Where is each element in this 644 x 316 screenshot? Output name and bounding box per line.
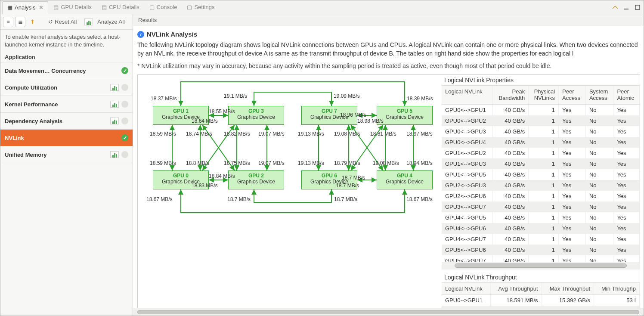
throughput-value: 19.08 MB/s <box>373 160 399 166</box>
info-icon: i <box>137 31 144 38</box>
stage-nvlink[interactable]: NVLink ✓ <box>0 129 133 146</box>
throughput-value: 19.07 MB/s <box>258 160 285 166</box>
maximize-icon[interactable] <box>633 3 642 12</box>
throughput-value: 18.83 MB/s <box>192 183 218 189</box>
throughput-value: 18.55 MB/s <box>209 108 235 115</box>
throughput-value: 19.13 MB/s <box>298 131 324 137</box>
throughput-value: 18.59 MB/s <box>150 160 176 166</box>
svg-rect-0 <box>624 9 629 9</box>
status-none-icon <box>121 118 128 124</box>
results-header: Results <box>133 14 644 26</box>
throughput-value: 18.8 MB/s <box>186 160 209 166</box>
throughput-value: 18.97 MB/s <box>406 131 433 137</box>
bar-chart-icon <box>84 19 93 25</box>
table-row[interactable]: GPU2<-->GPU340 GB/s1YesNoYes <box>442 180 640 191</box>
col-avg[interactable]: Avg Throughput <box>490 283 542 295</box>
expand-all-button[interactable]: ≡ <box>3 17 13 27</box>
col-peak-bw[interactable]: Peak Bandwidth <box>493 86 529 105</box>
table-row[interactable]: GPU2<-->GPU640 GB/s1YesNoYes <box>442 191 640 201</box>
table-icon: ▤ <box>101 4 107 10</box>
table-row[interactable]: GPU0-->GPU118.591 MB/s15.392 GB/s53 I <box>442 295 640 306</box>
col-max[interactable]: Max Throughput <box>542 283 594 295</box>
throughput-value: 18.82 MB/s <box>224 131 250 137</box>
tab-label: CPU Details <box>109 4 139 10</box>
throughput-value: 18.79 MB/s <box>334 160 360 166</box>
throughput-value: 18.7 MB/s <box>227 196 251 202</box>
stage-kernel-performance[interactable]: Kernel Performance <box>0 96 133 113</box>
stage-compute-utilization[interactable]: Compute Utilization <box>0 79 133 96</box>
throughput-value: 18.59 MB/s <box>150 131 176 137</box>
minimize-icon[interactable] <box>622 3 631 12</box>
analysis-icon: ▦ <box>7 5 13 11</box>
gpu-node-3: GPU 3Graphics Device <box>228 106 284 125</box>
up-arrow-icon[interactable]: ⬆ <box>27 17 37 27</box>
throughput-value: 18.84 MB/s <box>209 173 235 179</box>
table-row[interactable]: GPU1<-->GPU240 GB/s1YesNoYes <box>442 148 640 158</box>
table-row[interactable]: GPU3<-->GPU740 GB/s1YesNoYes <box>442 201 640 212</box>
throughput-table: Logical NVLink Avg Throughput Max Throug… <box>442 283 640 308</box>
check-icon: ✓ <box>121 67 128 74</box>
properties-table: Logical NVLink Peak Bandwidth Physical N… <box>442 86 640 262</box>
table-row[interactable]: GPU5<-->GPU640 GB/s1YesNoYes <box>442 245 640 255</box>
col-logical[interactable]: Logical NVLink <box>442 283 490 295</box>
stage-unified-memory[interactable]: Unified Memory <box>0 146 133 163</box>
tab-analysis[interactable]: ▦ Analysis ✕ <box>2 1 48 14</box>
tab-console[interactable]: ▢ Console <box>144 1 182 13</box>
throughput-table-title: Logical NVLink Throughput <box>442 272 640 282</box>
table-row[interactable]: GPU0<-->GPU340 GB/s1YesNoYes <box>442 126 640 137</box>
throughput-value: 19.1 MB/s <box>224 93 247 99</box>
gpu-node-2: GPU 2Graphics Device <box>228 170 284 189</box>
tab-settings[interactable]: ▢ Settings <box>182 1 219 13</box>
col-physical[interactable]: Physical NVLinks <box>529 86 559 105</box>
col-min[interactable]: Min Throughp <box>594 283 640 295</box>
stage-dependency-analysis[interactable]: Dependency Analysis <box>0 112 133 130</box>
close-icon[interactable]: ✕ <box>39 4 43 11</box>
throughput-value: 19.13 MB/s <box>298 160 324 166</box>
table-row[interactable]: GPU0<--GPU118.593 MB/s15.367 GB/s53 I <box>442 306 640 308</box>
content-horizontal-scrollbar[interactable] <box>133 308 644 316</box>
throughput-value: 18.39 MB/s <box>407 96 433 102</box>
analyze-all-button[interactable]: Analyze All <box>81 17 128 27</box>
horizontal-scrollbar[interactable] <box>442 262 640 270</box>
col-system-access[interactable]: System Access <box>585 86 613 105</box>
properties-table-title: Logical NVLink Properties <box>442 75 640 85</box>
tab-label: GPU Details <box>61 4 92 10</box>
col-peer-access[interactable]: Peer Access <box>559 86 586 105</box>
results-note: * NVLink utilization may vary in accurac… <box>137 62 644 74</box>
side-toolbar: ≡ ≣ ⬆ ↺ Reset All Analyze All <box>0 14 133 30</box>
collapse-icon[interactable] <box>611 3 619 12</box>
throughput-value: 18.67 MB/s <box>406 196 433 202</box>
table-row[interactable]: GPU1<-->GPU540 GB/s1YesNoYes <box>442 169 640 180</box>
stage-data-movement[interactable]: Data Movemen… Concurrency ✓ <box>0 62 133 79</box>
table-row[interactable]: GPU5<-->GPU740 GB/s1YesNoYes <box>442 255 640 262</box>
tab-label: Settings <box>194 4 214 10</box>
table-row[interactable]: GPU0<-->GPU440 GB/s1YesNoYes <box>442 137 640 148</box>
tab-gpu-details[interactable]: ▤ GPU Details <box>48 1 96 13</box>
results-description: The following NVLink topology diagram sh… <box>137 40 644 62</box>
table-row[interactable]: GPU1<-->GPU340 GB/s1YesNoYes <box>442 158 640 169</box>
status-none-icon <box>121 101 128 108</box>
collapse-all-button[interactable]: ≣ <box>15 17 25 27</box>
nvlink-topology-diagram: GPU 1Graphics Device GPU 3Graphics Devic… <box>138 75 439 301</box>
results-title: NVLink Analysis <box>147 31 197 38</box>
col-logical[interactable]: Logical NVLink <box>442 86 493 105</box>
table-row[interactable]: GPU4<-->GPU640 GB/s1YesNoYes <box>442 223 640 234</box>
table-row[interactable]: GPU0<-->GPU240 GB/s1YesNoYes <box>442 115 640 126</box>
throughput-value: 18.94 MB/s <box>406 160 433 166</box>
section-application: Application <box>0 52 133 62</box>
reset-all-button[interactable]: ↺ Reset All <box>45 17 80 27</box>
reset-label: Reset All <box>55 19 77 25</box>
throughput-value: 18.67 MB/s <box>146 196 173 202</box>
tab-label: Analysis <box>15 4 35 11</box>
col-peer-atomic[interactable]: Peer Atomic <box>613 86 640 105</box>
svg-rect-1 <box>635 5 640 9</box>
table-row[interactable]: GPU4<-->GPU740 GB/s1YesNoYes <box>442 234 640 245</box>
gpu-node-5: GPU 5Graphics Device <box>377 106 433 125</box>
table-row[interactable]: GPU0<-->GPU140 GB/s1YesNoYes <box>442 104 640 115</box>
tab-cpu-details[interactable]: ▤ CPU Details <box>96 1 144 13</box>
bar-chart-icon <box>110 118 119 124</box>
throughput-value: 18.75 MB/s <box>224 160 250 166</box>
throughput-value: 18.81 MB/s <box>370 131 396 137</box>
table-row[interactable]: GPU4<-->GPU540 GB/s1YesNoYes <box>442 212 640 223</box>
bar-chart-icon <box>110 101 119 108</box>
